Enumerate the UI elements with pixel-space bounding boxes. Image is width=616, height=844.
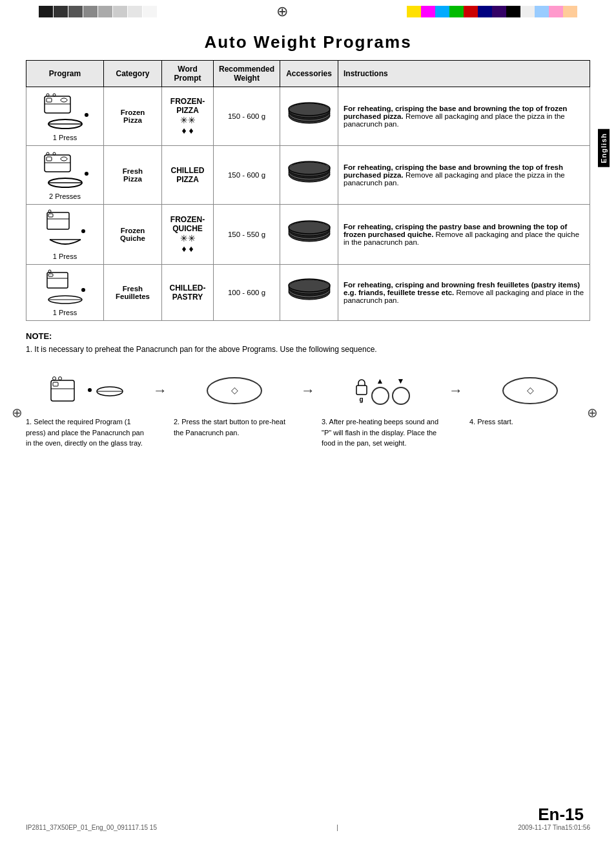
- col-header-program: Program: [26, 61, 104, 87]
- step-1-icons: [48, 375, 125, 406]
- accessories-cell-2: [280, 146, 338, 205]
- gray-bars: [39, 6, 157, 17]
- dot-indicator-3: [81, 229, 85, 233]
- footer-center: |: [336, 824, 338, 831]
- step-4-icon-area: ◇: [501, 369, 559, 411]
- note-section: NOTE: 1. It is necessary to preheat the …: [26, 331, 590, 355]
- category-cell-1: FrozenPizza: [104, 87, 162, 146]
- auto-weight-table: Program Category WordPrompt RecommendedW…: [26, 60, 590, 321]
- press-label-1: 1 Press: [32, 134, 98, 141]
- instructions-cell-2: For reheating, crisping the base and bro…: [338, 146, 590, 205]
- steps-container: 1. Select the required Program (1 press)…: [26, 369, 590, 449]
- dot-indicator-1: [85, 113, 88, 117]
- svg-rect-1: [46, 98, 52, 102]
- press-label-4: 1 Press: [32, 309, 98, 316]
- step-2-group: ◇ 2. Press the start button to pre-heat …: [174, 369, 294, 438]
- step1-oven-svg: [48, 375, 84, 406]
- weight-cell-4: 100 - 600 g: [214, 265, 280, 321]
- pan-accessory-4: [287, 276, 332, 308]
- gray-bar-7: [128, 6, 142, 17]
- program-cell-2: 2 Presses: [26, 146, 104, 205]
- category-text-2: FreshPizza: [123, 167, 143, 183]
- svg-point-50: [52, 376, 56, 380]
- col-header-accessories: Accessories: [280, 61, 338, 87]
- white-bar: [520, 6, 535, 17]
- svg-text:◇: ◇: [231, 385, 238, 395]
- page-title: Auto Weight Programs: [26, 32, 590, 52]
- svg-rect-27: [48, 214, 53, 217]
- note-text: 1. It is necessary to preheat the Panacr…: [26, 344, 590, 355]
- svg-point-2: [61, 98, 67, 102]
- gray-bar-5: [98, 6, 112, 17]
- svg-rect-14: [46, 157, 52, 161]
- oven-svg-1: [41, 91, 80, 117]
- accessories-cell-1: [280, 87, 338, 146]
- down-arrow: ▼: [397, 376, 405, 386]
- pan-accessory-1: [287, 99, 332, 132]
- word-cell-1: FROZEN-PIZZA ✳✳♦ ♦: [162, 87, 214, 146]
- step3-arrows: ▲: [371, 376, 389, 405]
- footer-bar: IP2811_37X50EP_01_Eng_00_091117.15 15 | …: [26, 824, 590, 831]
- step3-lock: g: [354, 378, 369, 403]
- step1-pan-svg: [96, 384, 125, 397]
- gray-bar-4: [83, 6, 98, 17]
- accessories-cell-3: [280, 205, 338, 265]
- snowflakes-1: ✳✳♦ ♦: [167, 115, 208, 136]
- green-bar: [449, 6, 464, 17]
- up-circle-btn: [371, 387, 389, 405]
- category-cell-3: FrozenQuiche: [104, 205, 162, 265]
- yellow-bar: [407, 6, 421, 17]
- table-row: 1 Press FrozenQuiche FROZEN-QUICHE ✳✳♦ ♦…: [26, 205, 590, 265]
- snowflakes-3: ✳✳♦ ♦: [167, 233, 208, 254]
- pan-svg-4: [47, 293, 83, 305]
- step3-down: ▼: [392, 376, 410, 405]
- word-cell-3: FROZEN-QUICHE ✳✳♦ ♦: [162, 205, 214, 265]
- instructions-cell-1: For reheating, crisping the base and bro…: [338, 87, 590, 146]
- col-header-instructions: Instructions: [338, 61, 590, 87]
- crosshair-left: ⊕: [12, 405, 23, 420]
- crosshair-top-center: ⊕: [276, 3, 288, 20]
- arrow-3: →: [449, 382, 463, 399]
- col-header-weight: RecommendedWeight: [214, 61, 280, 87]
- step-1-group: 1. Select the required Program (1 press)…: [26, 369, 147, 449]
- step-4-text: 4. Press start.: [469, 417, 590, 427]
- table-row: 1 Press FreshFeuilletes CHILLED-PASTRY 1…: [26, 265, 590, 321]
- word-cell-4: CHILLED-PASTRY: [162, 265, 214, 321]
- step-2-icon-area: ◇: [205, 369, 263, 411]
- svg-rect-26: [47, 212, 69, 229]
- svg-text:◇: ◇: [526, 385, 533, 395]
- page-number: En-15: [538, 805, 584, 825]
- word-prompt-2: CHILLEDPIZZA: [167, 166, 208, 184]
- step4-button-svg: ◇: [501, 375, 559, 406]
- step-2-text: 2. Press the start button to pre-heat th…: [174, 417, 294, 438]
- step-1-text: 1. Select the required Program (1 press)…: [26, 417, 147, 449]
- gray-bar-6: [113, 6, 127, 17]
- category-text-3: FrozenQuiche: [120, 227, 145, 242]
- category-cell-4: FreshFeuilletes: [104, 265, 162, 321]
- program-icon-fresh-feuilletes: [32, 269, 98, 293]
- program-cell-1: 1 Press: [26, 87, 104, 146]
- navy-bar: [478, 6, 492, 17]
- pink-bar: [549, 6, 563, 17]
- accessories-cell-4: [280, 265, 338, 321]
- step-3-group: g ▲ ▼ 3. After pre-heating beeps sound a…: [322, 369, 442, 449]
- svg-rect-56: [356, 386, 367, 395]
- table-row: 2 Presses FreshPizza CHILLEDPIZZA 150 - …: [26, 146, 590, 205]
- footer-left: IP2811_37X50EP_01_Eng_00_091117.15 15: [26, 824, 157, 831]
- peach-bar: [563, 6, 577, 17]
- magenta-bar: [421, 6, 435, 17]
- word-prompt-4: CHILLED-PASTRY: [167, 283, 208, 302]
- svg-rect-37: [48, 274, 53, 276]
- svg-point-15: [61, 157, 67, 161]
- step-3-icon-area: g ▲ ▼: [354, 369, 410, 411]
- word-prompt-1: FROZEN-PIZZA: [167, 97, 208, 115]
- weight-cell-1: 150 - 600 g: [214, 87, 280, 146]
- col-header-word: WordPrompt: [162, 61, 214, 87]
- instructions-cell-4: For reheating, crisping and browning fre…: [338, 265, 590, 321]
- lock-svg: [354, 378, 369, 396]
- pan-svg-1: [47, 118, 83, 130]
- pan-svg-3: [47, 234, 83, 249]
- word-prompt-3: FROZEN-QUICHE: [167, 215, 208, 233]
- oven-svg-2: [41, 150, 80, 176]
- svg-rect-36: [47, 273, 68, 288]
